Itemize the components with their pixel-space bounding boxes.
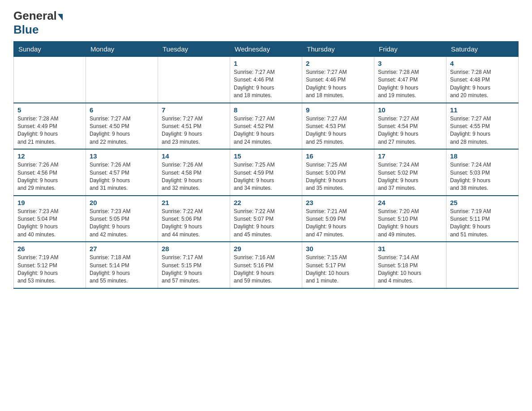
day-number: 18	[450, 152, 515, 160]
calendar-day-cell: 3Sunrise: 7:28 AMSunset: 4:47 PMDaylight…	[374, 57, 446, 103]
day-info: Sunrise: 7:26 AMSunset: 4:58 PMDaylight:…	[162, 161, 226, 193]
day-info: Sunrise: 7:17 AMSunset: 5:15 PMDaylight:…	[162, 254, 226, 285]
calendar-day-cell: 26Sunrise: 7:19 AMSunset: 5:12 PMDayligh…	[14, 242, 86, 288]
day-number: 31	[378, 245, 442, 253]
day-info: Sunrise: 7:21 AMSunset: 5:09 PMDaylight:…	[306, 208, 370, 239]
calendar-week-row: 12Sunrise: 7:26 AMSunset: 4:56 PMDayligh…	[14, 149, 519, 196]
logo: General Blue	[13, 9, 64, 37]
calendar-day-cell: 15Sunrise: 7:25 AMSunset: 4:59 PMDayligh…	[230, 149, 302, 196]
calendar-day-cell: 28Sunrise: 7:17 AMSunset: 5:15 PMDayligh…	[158, 242, 230, 288]
weekday-header-friday: Friday	[374, 42, 446, 57]
day-info: Sunrise: 7:20 AMSunset: 5:10 PMDaylight:…	[378, 208, 442, 239]
calendar-day-cell: 1Sunrise: 7:27 AMSunset: 4:46 PMDaylight…	[230, 57, 302, 103]
weekday-header-thursday: Thursday	[302, 42, 374, 57]
day-number: 6	[90, 106, 154, 114]
calendar-day-cell: 7Sunrise: 7:27 AMSunset: 4:51 PMDaylight…	[158, 103, 230, 150]
calendar-day-cell: 17Sunrise: 7:24 AMSunset: 5:02 PMDayligh…	[374, 149, 446, 196]
calendar-week-row: 5Sunrise: 7:28 AMSunset: 4:49 PMDaylight…	[14, 103, 519, 150]
day-info: Sunrise: 7:19 AMSunset: 5:11 PMDaylight:…	[450, 208, 515, 239]
calendar-day-cell: 29Sunrise: 7:16 AMSunset: 5:16 PMDayligh…	[230, 242, 302, 288]
logo-general-text: General	[13, 9, 57, 23]
calendar-empty-cell	[158, 57, 230, 103]
calendar-day-cell: 31Sunrise: 7:14 AMSunset: 5:18 PMDayligh…	[374, 242, 446, 288]
calendar-day-cell: 16Sunrise: 7:25 AMSunset: 5:00 PMDayligh…	[302, 149, 374, 196]
day-number: 24	[378, 199, 442, 206]
day-info: Sunrise: 7:27 AMSunset: 4:52 PMDaylight:…	[234, 115, 298, 146]
calendar-header-row: SundayMondayTuesdayWednesdayThursdayFrid…	[14, 42, 519, 57]
day-number: 12	[17, 152, 82, 160]
day-info: Sunrise: 7:27 AMSunset: 4:55 PMDaylight:…	[450, 115, 515, 146]
day-number: 3	[378, 60, 442, 67]
day-info: Sunrise: 7:22 AMSunset: 5:07 PMDaylight:…	[234, 208, 298, 239]
weekday-header-sunday: Sunday	[14, 42, 86, 57]
day-number: 27	[90, 245, 154, 253]
day-number: 11	[450, 106, 515, 114]
day-number: 1	[234, 60, 298, 67]
day-info: Sunrise: 7:27 AMSunset: 4:46 PMDaylight:…	[234, 68, 298, 100]
calendar-day-cell: 4Sunrise: 7:28 AMSunset: 4:48 PMDaylight…	[446, 57, 519, 103]
day-number: 15	[234, 152, 298, 160]
calendar-empty-cell	[14, 57, 86, 103]
day-info: Sunrise: 7:27 AMSunset: 4:51 PMDaylight:…	[162, 115, 226, 146]
weekday-header-tuesday: Tuesday	[158, 42, 230, 57]
calendar-day-cell: 18Sunrise: 7:24 AMSunset: 5:03 PMDayligh…	[446, 149, 519, 196]
weekday-header-wednesday: Wednesday	[230, 42, 302, 57]
calendar-day-cell: 25Sunrise: 7:19 AMSunset: 5:11 PMDayligh…	[446, 196, 519, 242]
day-info: Sunrise: 7:19 AMSunset: 5:12 PMDaylight:…	[17, 254, 82, 285]
day-info: Sunrise: 7:28 AMSunset: 4:49 PMDaylight:…	[17, 115, 82, 146]
calendar-day-cell: 13Sunrise: 7:26 AMSunset: 4:57 PMDayligh…	[86, 149, 158, 196]
day-info: Sunrise: 7:18 AMSunset: 5:14 PMDaylight:…	[90, 254, 154, 285]
day-info: Sunrise: 7:28 AMSunset: 4:47 PMDaylight:…	[378, 68, 442, 100]
day-info: Sunrise: 7:27 AMSunset: 4:46 PMDaylight:…	[306, 68, 370, 100]
calendar-day-cell: 27Sunrise: 7:18 AMSunset: 5:14 PMDayligh…	[86, 242, 158, 288]
day-info: Sunrise: 7:24 AMSunset: 5:02 PMDaylight:…	[378, 161, 442, 193]
day-number: 20	[90, 199, 154, 206]
day-number: 23	[306, 199, 370, 206]
day-info: Sunrise: 7:27 AMSunset: 4:53 PMDaylight:…	[306, 115, 370, 146]
calendar-day-cell: 10Sunrise: 7:27 AMSunset: 4:54 PMDayligh…	[374, 103, 446, 150]
calendar-day-cell: 24Sunrise: 7:20 AMSunset: 5:10 PMDayligh…	[374, 196, 446, 242]
day-number: 4	[450, 60, 515, 67]
calendar-day-cell: 23Sunrise: 7:21 AMSunset: 5:09 PMDayligh…	[302, 196, 374, 242]
weekday-header-saturday: Saturday	[446, 42, 519, 57]
day-info: Sunrise: 7:25 AMSunset: 4:59 PMDaylight:…	[234, 161, 298, 193]
logo-arrow-icon	[58, 14, 63, 21]
day-info: Sunrise: 7:26 AMSunset: 4:56 PMDaylight:…	[17, 161, 82, 193]
calendar-empty-cell	[86, 57, 158, 103]
calendar-day-cell: 21Sunrise: 7:22 AMSunset: 5:06 PMDayligh…	[158, 196, 230, 242]
day-number: 8	[234, 106, 298, 114]
calendar-day-cell: 2Sunrise: 7:27 AMSunset: 4:46 PMDaylight…	[302, 57, 374, 103]
day-info: Sunrise: 7:16 AMSunset: 5:16 PMDaylight:…	[234, 254, 298, 285]
day-number: 14	[162, 152, 226, 160]
day-info: Sunrise: 7:15 AMSunset: 5:17 PMDaylight:…	[306, 254, 370, 285]
day-info: Sunrise: 7:23 AMSunset: 5:05 PMDaylight:…	[90, 208, 154, 239]
day-number: 26	[17, 245, 82, 253]
weekday-header-monday: Monday	[86, 42, 158, 57]
day-number: 7	[162, 106, 226, 114]
calendar-day-cell: 30Sunrise: 7:15 AMSunset: 5:17 PMDayligh…	[302, 242, 374, 288]
day-number: 5	[17, 106, 82, 114]
day-number: 17	[378, 152, 442, 160]
calendar-week-row: 1Sunrise: 7:27 AMSunset: 4:46 PMDaylight…	[14, 57, 519, 103]
day-number: 10	[378, 106, 442, 114]
day-number: 25	[450, 199, 515, 206]
calendar-day-cell: 11Sunrise: 7:27 AMSunset: 4:55 PMDayligh…	[446, 103, 519, 150]
calendar-day-cell: 20Sunrise: 7:23 AMSunset: 5:05 PMDayligh…	[86, 196, 158, 242]
day-info: Sunrise: 7:14 AMSunset: 5:18 PMDaylight:…	[378, 254, 442, 285]
calendar-table: SundayMondayTuesdayWednesdayThursdayFrid…	[13, 41, 519, 289]
day-number: 21	[162, 199, 226, 206]
calendar-day-cell: 9Sunrise: 7:27 AMSunset: 4:53 PMDaylight…	[302, 103, 374, 150]
day-info: Sunrise: 7:27 AMSunset: 4:50 PMDaylight:…	[90, 115, 154, 146]
calendar-day-cell: 22Sunrise: 7:22 AMSunset: 5:07 PMDayligh…	[230, 196, 302, 242]
calendar-day-cell: 6Sunrise: 7:27 AMSunset: 4:50 PMDaylight…	[86, 103, 158, 150]
calendar-day-cell: 14Sunrise: 7:26 AMSunset: 4:58 PMDayligh…	[158, 149, 230, 196]
day-number: 9	[306, 106, 370, 114]
day-info: Sunrise: 7:27 AMSunset: 4:54 PMDaylight:…	[378, 115, 442, 146]
day-info: Sunrise: 7:23 AMSunset: 5:04 PMDaylight:…	[17, 208, 82, 239]
day-number: 2	[306, 60, 370, 67]
day-number: 29	[234, 245, 298, 253]
day-number: 13	[90, 152, 154, 160]
day-number: 19	[17, 199, 82, 206]
day-info: Sunrise: 7:25 AMSunset: 5:00 PMDaylight:…	[306, 161, 370, 193]
calendar-day-cell: 19Sunrise: 7:23 AMSunset: 5:04 PMDayligh…	[14, 196, 86, 242]
